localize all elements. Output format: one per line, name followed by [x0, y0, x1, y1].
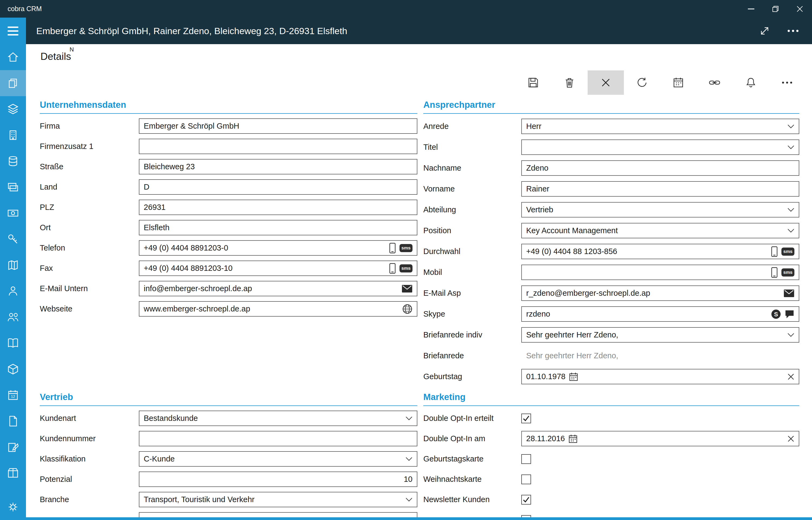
position-dropdown[interactable]: Key Account Management	[521, 223, 799, 238]
record-toolbar	[515, 71, 805, 95]
firma-input[interactable]: Emberger & Schröpl GmbH	[139, 119, 417, 134]
email-ansprechpartner-input[interactable]: r_zdeno@emberger-schroepl.de.ap	[521, 285, 799, 301]
close-x-icon	[600, 77, 611, 88]
sidebar-item-campaigns[interactable]	[0, 252, 26, 278]
tab-details[interactable]: Details N	[31, 46, 80, 68]
delete-button[interactable]	[551, 71, 588, 95]
nachname-input[interactable]: Zdeno	[521, 160, 799, 176]
klassifikation-dropdown[interactable]: C-Kunde	[139, 451, 417, 467]
field-label: Branche	[40, 495, 139, 504]
sms-icon[interactable]: sms	[781, 248, 794, 256]
anrede-dropdown[interactable]: Herr	[521, 119, 799, 134]
sidebar-item-inventory[interactable]	[0, 460, 26, 486]
save-button[interactable]	[515, 71, 551, 95]
double-opt-in-am-date-input[interactable]: 28.11.2016	[521, 431, 799, 446]
clear-date-icon[interactable]	[787, 373, 794, 380]
chat-icon[interactable]	[785, 310, 794, 319]
hamburger-menu-button[interactable]	[0, 18, 26, 44]
cards-icon	[7, 181, 19, 193]
firmenzusatz-input[interactable]	[139, 139, 417, 154]
refresh-button[interactable]	[624, 71, 660, 95]
telefon-input[interactable]: +49 (0) 4404 8891203-0 sms	[139, 240, 417, 256]
sidebar-item-settings[interactable]	[0, 494, 26, 520]
restore-button[interactable]	[763, 0, 788, 18]
sidebar-item-database[interactable]	[0, 148, 26, 174]
expand-icon[interactable]	[759, 25, 770, 36]
sidebar-item-companies[interactable]	[0, 122, 26, 148]
sidebar-item-contact-person[interactable]	[0, 278, 26, 304]
more-toolbar-button[interactable]	[769, 71, 805, 95]
field-label: Kundennummer	[40, 434, 139, 443]
close-record-button[interactable]	[588, 71, 624, 95]
more-options-icon[interactable]	[787, 29, 799, 32]
email-unternehmen-input[interactable]: info@emberger-schroepl.de.ap	[139, 281, 417, 296]
durchwahl-input[interactable]: +49 (0) 4404 88 1203-856 sms	[521, 244, 799, 259]
sidebar-item-keywords[interactable]	[0, 226, 26, 252]
briefanrede-indiv-dropdown[interactable]: Sehr geehrter Herr Zdeno,	[521, 327, 799, 343]
form-row: Geburtstag 01.10.1978	[423, 366, 799, 387]
chevron-down-icon	[787, 145, 794, 150]
webseite-input[interactable]: www.emberger-schroepl.de.ap	[139, 301, 417, 317]
sidebar-item-calendar[interactable]: 12	[0, 382, 26, 408]
sidebar-item-notes[interactable]	[0, 434, 26, 460]
sms-icon[interactable]: sms	[781, 268, 794, 277]
abteilung-dropdown[interactable]: Vertrieb	[521, 202, 799, 217]
newsletter-kunden-checkbox[interactable]	[521, 495, 531, 504]
skype-icon[interactable]: S	[771, 309, 781, 319]
sidebar-item-reports[interactable]	[0, 330, 26, 356]
form-row: Telefon +49 (0) 4404 8891203-0 sms	[40, 238, 417, 258]
field-label: Anrede	[423, 122, 521, 131]
land-input[interactable]: D	[139, 179, 417, 195]
sidebar-item-projects[interactable]	[0, 356, 26, 382]
mail-icon[interactable]	[784, 289, 794, 297]
minimize-button[interactable]	[739, 0, 763, 18]
date-picker-icon[interactable]	[569, 435, 577, 443]
branche-dropdown[interactable]: Transport, Touristik und Verkehr	[139, 492, 417, 507]
titel-dropdown[interactable]	[521, 139, 799, 155]
phone-icon[interactable]	[389, 243, 396, 254]
fax-input[interactable]: +49 (0) 4404 8891203-10 sms	[139, 261, 417, 276]
field-label: Briefanrede	[423, 351, 521, 360]
kundennummer-input[interactable]	[139, 431, 417, 446]
potenzial-input[interactable]: 10	[139, 471, 417, 487]
sidebar-item-persons[interactable]	[0, 304, 26, 330]
phone-icon[interactable]	[771, 267, 778, 278]
form-row: Fax +49 (0) 4404 8891203-10 sms	[40, 258, 417, 279]
record-title: Emberger & Schröpl GmbH, Rainer Zdeno, B…	[36, 26, 347, 36]
weihnachtskarte-checkbox[interactable]	[521, 474, 531, 484]
kundenart-dropdown[interactable]: Bestandskunde	[139, 411, 417, 426]
field-label: Ort	[40, 223, 139, 232]
ort-input[interactable]: Elsfleth	[139, 220, 417, 235]
geburtstagskarte-checkbox[interactable]	[521, 454, 531, 464]
sidebar-item-finance[interactable]	[0, 200, 26, 226]
sidebar-item-addresses[interactable]	[0, 70, 26, 96]
sidebar-item-documents[interactable]	[0, 408, 26, 434]
double-opt-in-erteilt-checkbox[interactable]	[521, 414, 531, 423]
sidebar-item-home[interactable]	[0, 44, 26, 70]
mail-icon[interactable]	[402, 285, 413, 293]
vorname-input[interactable]: Rainer	[521, 181, 799, 197]
calendar-button[interactable]	[660, 71, 696, 95]
clear-date-icon[interactable]	[787, 435, 794, 442]
plz-input[interactable]: 26931	[139, 200, 417, 215]
sms-icon[interactable]: sms	[399, 244, 413, 252]
form-row: Anrede Herr	[423, 116, 799, 137]
section-ansprechpartner: Ansprechpartner Anrede Herr Titel Nachna…	[423, 100, 799, 387]
sms-icon[interactable]: sms	[399, 264, 413, 272]
date-picker-icon[interactable]	[569, 372, 578, 381]
section-title: Ansprechpartner	[423, 100, 799, 114]
notifications-button[interactable]	[733, 71, 769, 95]
phone-icon[interactable]	[771, 246, 778, 257]
link-button[interactable]	[696, 71, 733, 95]
strasse-input[interactable]: Bleicheweg 23	[139, 159, 417, 175]
home-icon	[7, 51, 19, 63]
phone-icon[interactable]	[389, 263, 396, 274]
close-window-button[interactable]	[788, 0, 812, 18]
globe-icon[interactable]	[402, 304, 413, 314]
sidebar-item-hierarchy[interactable]	[0, 96, 26, 122]
form-row: E-Mail Asp r_zdeno@emberger-schroepl.de.…	[423, 283, 799, 304]
sidebar-item-cards[interactable]	[0, 174, 26, 200]
geburtstag-date-input[interactable]: 01.10.1978	[521, 369, 799, 384]
skype-input[interactable]: rzdeno S	[521, 306, 799, 322]
mobil-input[interactable]: sms	[521, 265, 799, 280]
